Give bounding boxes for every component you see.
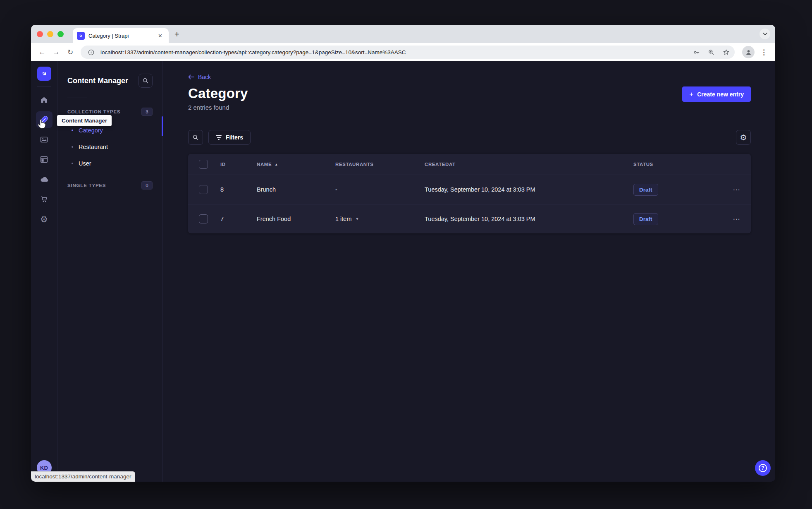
plus-icon: + (689, 90, 693, 98)
active-item-indicator (162, 116, 163, 136)
tab-close-icon[interactable]: ✕ (156, 32, 165, 40)
panel-divider (67, 98, 87, 98)
sidebar-item-label: User (79, 160, 91, 167)
back-link[interactable]: Back (188, 74, 211, 80)
page-title: Category (188, 86, 248, 101)
zoom-icon[interactable] (706, 47, 716, 58)
list-view-main: Back Category + Create new entry 2 entri… (163, 61, 775, 482)
help-button[interactable]: ? (755, 460, 771, 476)
expand-relation-caret-icon[interactable]: ▼ (356, 217, 359, 221)
cell-id: 8 (220, 186, 257, 193)
select-all-checkbox[interactable] (199, 160, 208, 169)
view-settings-button[interactable]: ⚙ (736, 130, 751, 145)
close-window-button[interactable] (37, 31, 43, 37)
browser-profile-avatar[interactable] (742, 46, 755, 58)
sort-asc-icon: ▲ (275, 163, 278, 166)
window-controls (37, 31, 64, 37)
sidebar-item-label: Restaurant (79, 144, 108, 150)
create-new-entry-label: Create new entry (697, 91, 744, 98)
collection-types-list: Category Restaurant User (67, 122, 153, 172)
back-nav-icon[interactable]: ← (36, 46, 48, 58)
browser-tab[interactable]: Category | Strapi ✕ (73, 28, 169, 43)
entries-count-subtitle: 2 entries found (188, 104, 751, 111)
tab-search-chevron-icon[interactable] (759, 29, 770, 39)
sidebar-item-label: Category (79, 127, 103, 134)
mouse-cursor-hand (37, 119, 46, 131)
browser-menu-kebab-icon[interactable]: ⋮ (760, 48, 768, 57)
bullet-icon (72, 163, 73, 164)
browser-toolbar: ← → ↻ localhost:1337/admin/content-manag… (31, 43, 775, 61)
cell-createdat: Tuesday, September 10, 2024 at 3:03 PM (425, 216, 633, 222)
column-header-id[interactable]: ID (220, 162, 257, 167)
row-actions-kebab-icon[interactable]: ⋯ (722, 215, 751, 223)
strapi-logo[interactable] (37, 67, 51, 81)
media-library-icon[interactable] (36, 131, 53, 148)
cell-restaurants: - (335, 186, 425, 193)
bullet-icon (72, 146, 73, 148)
sidebar-item-restaurant[interactable]: Restaurant (67, 139, 153, 155)
rail-divider (37, 86, 51, 86)
reload-icon[interactable]: ↻ (64, 46, 76, 58)
content-type-builder-icon[interactable] (36, 151, 53, 168)
filters-button[interactable]: Filters (208, 130, 251, 145)
question-mark-icon: ? (759, 464, 767, 472)
column-header-status[interactable]: STATUS (633, 162, 722, 167)
settings-icon[interactable]: ⚙ (36, 211, 53, 227)
panel-search-button[interactable] (139, 74, 153, 88)
strapi-admin-app: ⚙ KD Content Manager COLLECTION TYPES 3 (31, 61, 775, 482)
column-header-createdat[interactable]: CREATEDAT (425, 162, 633, 167)
marketplace-icon[interactable] (36, 191, 53, 207)
row-checkbox[interactable] (199, 185, 208, 194)
collection-types-section-header[interactable]: COLLECTION TYPES 3 (67, 108, 153, 116)
column-header-restaurants[interactable]: RESTAURANTS (335, 162, 425, 167)
desktop-background: Category | Strapi ✕ + ← → ↻ localhost:13… (0, 0, 812, 509)
entries-table: ID NAME▲ RESTAURANTS CREATEDAT STATUS 8 … (188, 154, 751, 233)
panel-title: Content Manager (67, 77, 128, 85)
filters-label: Filters (226, 134, 243, 141)
new-tab-button[interactable]: + (174, 26, 179, 39)
url-text: localhost:1337/admin/content-manager/col… (100, 49, 687, 55)
cell-name: Brunch (257, 186, 335, 193)
forward-nav-icon[interactable]: → (50, 46, 62, 58)
cell-id: 7 (220, 216, 257, 222)
search-icon (192, 134, 199, 141)
address-bar[interactable]: localhost:1337/admin/content-manager/col… (81, 46, 735, 59)
home-icon[interactable] (36, 91, 53, 108)
single-types-label: SINGLE TYPES (67, 183, 106, 188)
site-info-icon[interactable] (86, 47, 96, 58)
back-label: Back (198, 74, 211, 80)
list-controls: Filters ⚙ (188, 130, 751, 145)
filter-icon (216, 135, 222, 140)
content-manager-tooltip: Content Manager (57, 115, 112, 126)
table-header-row: ID NAME▲ RESTAURANTS CREATEDAT STATUS (188, 154, 751, 175)
collection-types-count-badge: 3 (141, 108, 153, 116)
maximize-window-button[interactable] (57, 31, 64, 37)
single-types-section-header[interactable]: SINGLE TYPES 0 (67, 181, 153, 190)
column-header-name[interactable]: NAME▲ (257, 162, 335, 167)
status-badge: Draft (633, 213, 658, 225)
strapi-favicon-icon (77, 32, 85, 40)
browser-window: Category | Strapi ✕ + ← → ↻ localhost:13… (31, 25, 775, 482)
sidebar-item-user[interactable]: User (67, 155, 153, 172)
create-new-entry-button[interactable]: + Create new entry (682, 86, 751, 102)
collection-types-label: COLLECTION TYPES (67, 109, 120, 114)
bullet-icon (72, 130, 73, 131)
back-arrow-icon (188, 74, 194, 79)
status-badge: Draft (633, 184, 658, 196)
browser-tab-strip: Category | Strapi ✕ + (31, 25, 775, 43)
cell-createdat: Tuesday, September 10, 2024 at 3:03 PM (425, 186, 633, 193)
cell-restaurants: 1 item (335, 216, 352, 222)
cloud-icon[interactable] (36, 171, 53, 187)
single-types-count-badge: 0 (141, 181, 153, 190)
password-key-icon[interactable] (691, 47, 702, 58)
table-row[interactable]: 8 Brunch - Tuesday, September 10, 2024 a… (188, 175, 751, 204)
row-checkbox[interactable] (199, 214, 208, 223)
browser-status-bar: localhost:1337/admin/content-manager (31, 471, 135, 482)
row-actions-kebab-icon[interactable]: ⋯ (722, 185, 751, 194)
cell-name: French Food (257, 216, 335, 222)
search-button[interactable] (188, 130, 203, 145)
minimize-window-button[interactable] (47, 31, 53, 37)
bookmark-star-icon[interactable] (721, 47, 731, 58)
gear-icon: ⚙ (740, 133, 747, 142)
table-row[interactable]: 7 French Food 1 item ▼ Tuesday, Septembe… (188, 204, 751, 233)
